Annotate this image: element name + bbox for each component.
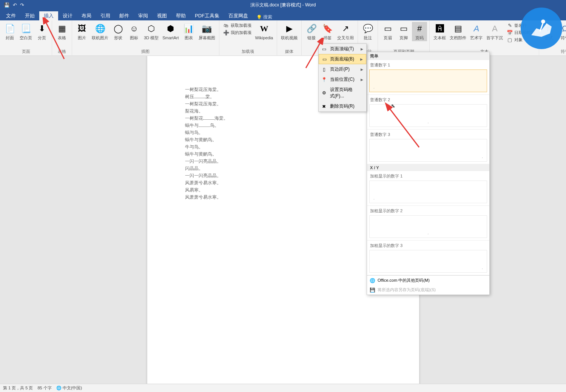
tab-references[interactable]: 引用 (96, 11, 115, 20)
footer-button[interactable]: ▭页脚 (396, 22, 411, 41)
link-button[interactable]: 🔗链接 (304, 22, 319, 41)
icons-button[interactable]: ☺图标 (126, 22, 142, 41)
gallery-item[interactable]: 普通数字 3· (367, 130, 489, 164)
lightbulb-icon: 💡 (256, 15, 262, 20)
online-picture-icon: 🌐 (94, 23, 106, 35)
menu-format-page-number[interactable]: ⚙设置页码格式(F)... (319, 85, 366, 101)
gallery-preview: · (369, 104, 487, 127)
menu-page-bottom[interactable]: ▭页面底端(B)▶ (319, 54, 366, 64)
tell-me-search[interactable]: 💡 搜索 (256, 14, 272, 20)
footer-icon: ▭ (398, 23, 410, 35)
group-header-footer: ▭页眉 ▭页脚 #页码 页眉和页脚 (378, 20, 430, 56)
tab-layout[interactable]: 布局 (77, 11, 96, 20)
cube-icon: ⬡ (145, 23, 157, 35)
group-media: ▶联机视频 媒体 (277, 20, 302, 56)
cover-page-icon: 📄 (4, 23, 16, 35)
gallery-office-more[interactable]: 🌐Office.com 中的其他页码(M) (367, 276, 489, 285)
3d-model-button[interactable]: ⬡3D 模型 (142, 22, 160, 41)
bookmark-icon: 🔖 (321, 23, 333, 35)
gallery-header-simple: 简单 (367, 52, 489, 60)
quickparts-button[interactable]: ▤文档部件 (448, 22, 468, 41)
gallery-item-label: 普通数字 1 (369, 62, 488, 69)
gallery-item[interactable]: 普通数字 1· (367, 60, 489, 95)
undo-icon[interactable]: ↶ (13, 2, 17, 8)
header-button[interactable]: ▭页眉 (380, 22, 395, 41)
status-lang[interactable]: 🌐 中文(中国) (56, 385, 82, 391)
gallery-save-selection: 💾将所选内容另存为页码(底端)(S) (367, 285, 489, 295)
gallery-item[interactable]: 普通数字 2· (367, 95, 489, 130)
gallery-preview: · (369, 215, 487, 238)
gallery-preview: · (369, 139, 487, 162)
menu-page-top[interactable]: ▭页面顶端(T)▶ (319, 44, 366, 54)
page-break-button[interactable]: ⬇分页 (34, 22, 49, 41)
picture-icon: 🖼 (76, 23, 88, 35)
tab-baidu[interactable]: 百度网盘 (224, 11, 253, 20)
dropcap-icon: A (489, 23, 501, 35)
blank-page-icon: 📃 (20, 23, 32, 35)
table-button[interactable]: ▦表格 (54, 22, 69, 41)
gallery-item[interactable]: 加粗显示的数字 2· (367, 206, 489, 241)
redo-icon[interactable]: ↷ (20, 2, 24, 8)
textbox-button[interactable]: 🅰文本框 (432, 22, 447, 41)
page-number-gallery: 简单 普通数字 1·普通数字 2·普通数字 3· X / Y 加粗显示的数字 1… (367, 52, 490, 295)
menu-page-margins[interactable]: ▯页边距(P)▶ (319, 64, 366, 74)
online-video-button[interactable]: ▶联机视频 (279, 22, 299, 41)
menu-remove-page-number[interactable]: ✖删除页码(R) (319, 101, 366, 111)
status-bar: 第 1 页，共 5 页 85 个字 🌐 中文(中国) (0, 384, 566, 392)
tab-mail[interactable]: 邮件 (115, 11, 134, 20)
tab-view[interactable]: 视图 (153, 11, 171, 20)
gallery-item-label: 加粗显示的数字 3 (369, 242, 488, 249)
menu-current-position[interactable]: 📍当前位置(C)▶ (319, 74, 366, 85)
tab-file[interactable]: 文件 (2, 11, 20, 20)
save-icon[interactable]: 💾 (4, 2, 10, 8)
textbox-icon: 🅰 (434, 23, 446, 35)
chart-button[interactable]: 📊图表 (181, 22, 196, 41)
page-number-button[interactable]: #页码 (412, 22, 427, 41)
tab-insert[interactable]: 插入 (39, 11, 58, 20)
addins-icon: ➕ (223, 29, 229, 35)
wikipedia-button[interactable]: WWikipedia (254, 22, 275, 41)
smartart-button[interactable]: ⬢SmartArt (161, 22, 180, 41)
my-addins-button[interactable]: ➕我的加载项 (222, 29, 253, 36)
status-page[interactable]: 第 1 页，共 5 页 (3, 385, 33, 391)
tab-design[interactable]: 设计 (58, 11, 77, 20)
group-addins: 🛍获取加载项 ➕我的加载项 WWikipedia 加载项 (219, 20, 278, 56)
page-bottom-icon: ▭ (321, 56, 327, 62)
title-bar: 💾 ↶ ↷ 演示文稿.docx [兼容模式] - Word (0, 0, 566, 10)
tab-review[interactable]: 审阅 (134, 11, 153, 20)
page-break-icon: ⬇ (36, 23, 48, 35)
video-icon: ▶ (283, 23, 295, 35)
group-illustrations: 🖼图片 🌐联机图片 ◯形状 ☺图标 ⬡3D 模型 ⬢SmartArt 📊图表 📷… (72, 20, 219, 56)
chart-icon: 📊 (183, 23, 195, 35)
gallery-item-label: 加粗显示的数字 1 (369, 173, 488, 180)
tab-help[interactable]: 帮助 (171, 11, 190, 20)
quickparts-icon: ▤ (452, 23, 464, 35)
gallery-item-label: 普通数字 3 (369, 131, 488, 138)
gallery-item[interactable]: 加粗显示的数字 1· (367, 171, 489, 206)
online-picture-button[interactable]: 🌐联机图片 (90, 22, 110, 41)
wordart-icon: A (470, 23, 483, 35)
blank-page-button[interactable]: 📃空白页 (18, 22, 34, 41)
crossref-button[interactable]: ↗交叉引用 (336, 22, 355, 41)
tab-home[interactable]: 开始 (20, 11, 39, 20)
crossref-icon: ↗ (339, 23, 352, 35)
shapes-button[interactable]: ◯形状 (111, 22, 126, 41)
tab-pdf[interactable]: PDF工具集 (190, 11, 224, 20)
gallery-item-label: 加粗显示的数字 2 (369, 207, 488, 215)
cover-page-button[interactable]: 📄封面 (2, 22, 17, 41)
smartart-icon: ⬢ (165, 23, 177, 35)
wordart-button[interactable]: A艺术字 (469, 22, 484, 41)
bookmark-button[interactable]: 🔖书签 (320, 22, 335, 41)
comment-button[interactable]: 💬批注 (360, 22, 375, 41)
get-addins-button[interactable]: 🛍获取加载项 (222, 22, 253, 29)
status-words[interactable]: 85 个字 (37, 385, 51, 391)
gallery-item-label: 普通数字 2 (369, 96, 488, 103)
picture-button[interactable]: 🖼图片 (74, 22, 89, 41)
gallery-header-xy: X / Y (367, 164, 489, 171)
gallery-item[interactable]: 加粗显示的数字 3· (367, 241, 489, 275)
screenshot-button[interactable]: 📷屏幕截图 (197, 22, 217, 41)
dropcap-button[interactable]: A首字下沉 (485, 22, 504, 41)
remove-icon: ✖ (321, 103, 327, 110)
office-icon: 🌐 (369, 278, 375, 284)
page-number-icon: # (413, 23, 426, 35)
